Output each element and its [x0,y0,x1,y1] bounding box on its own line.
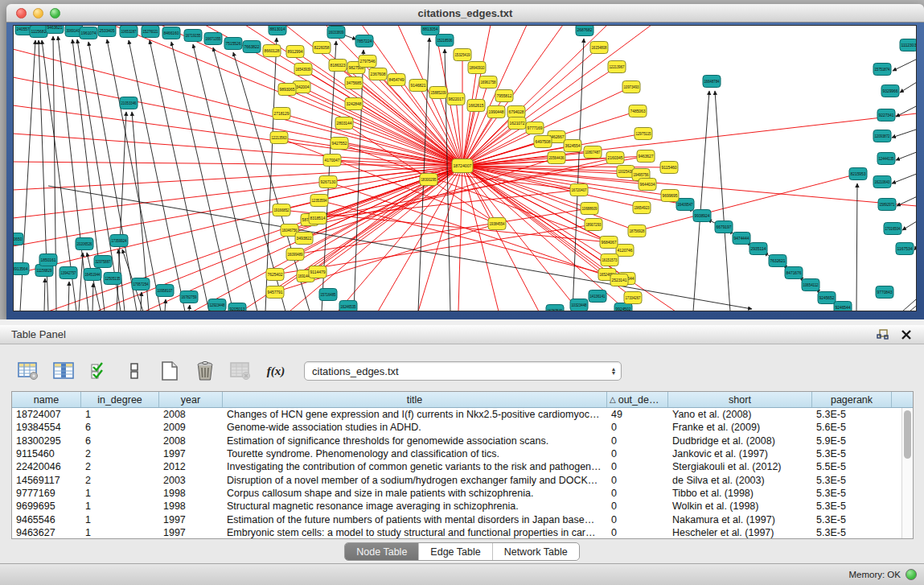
graph-edge[interactable] [462,113,916,166]
graph-node[interactable]: 3624554 [564,140,581,152]
graph-node[interactable]: 9777169 [526,122,544,134]
graph-node[interactable]: 19654923 [633,202,651,214]
graph-node[interactable]: 15885209 [429,87,447,99]
table-cell[interactable]: Yano et al. (2008) [668,409,812,420]
table-row[interactable]: 1872400712008Changes of HCN gene express… [12,408,901,421]
graph-node[interactable]: 2533405 [98,26,116,37]
table-cell[interactable]: Hescheler et al. (1997) [668,527,812,538]
graph-node[interactable]: 2718129 [273,108,290,120]
graph-node[interactable]: 2935114 [749,243,767,255]
table-cell[interactable]: 5.3E-5 [812,501,892,512]
table-cell[interactable]: Genome-wide association studies in ADHD. [223,422,607,433]
graph-node[interactable]: 16961758 [479,76,497,89]
graph-node[interactable]: 7857224 [355,35,373,47]
graph-node[interactable]: 10688609 [581,203,598,215]
graph-node[interactable]: 10807487 [584,146,602,159]
column-header-in_degree[interactable]: in_degree [81,392,159,407]
table-cell[interactable]: 1998 [159,488,223,499]
table-cell[interactable]: 0 [607,527,668,538]
graph-node[interactable]: 17359924 [110,235,128,247]
graph-node[interactable]: 1990448 [487,106,505,118]
graph-node[interactable]: 9463627 [637,150,655,163]
delete-table-icon[interactable] [228,360,253,382]
table-cell[interactable]: 2012 [159,461,223,472]
graph-edge[interactable] [462,68,477,166]
table-cell[interactable]: Investigating the contribution of common… [223,461,607,472]
graph-node[interactable]: 12353594 [310,195,328,207]
graph-edge[interactable] [79,253,83,311]
table-cell[interactable]: Tourette syndrome. Phenomenology and cla… [223,448,607,459]
column-header-year[interactable]: year [159,392,223,407]
function-builder-icon[interactable]: f(x) [264,360,288,382]
graph-node[interactable]: 2803144 [335,117,353,130]
graph-node[interactable]: 12505135 [104,273,121,285]
graph-node[interactable]: 4170047 [323,154,341,167]
graph-node[interactable]: 15218506 [436,35,454,47]
graph-node[interactable]: 18640910 [468,62,486,74]
graph-node[interactable]: 16409547 [676,199,694,211]
graph-node[interactable]: 9457791 [266,286,284,299]
graph-node[interactable]: 16543939 [294,64,312,76]
graph-edge[interactable] [295,208,589,254]
graph-node[interactable]: 17957254 [132,278,150,290]
graph-node[interactable]: 10973493 [622,81,640,93]
graph-node[interactable]: 19166852 [273,204,290,216]
network-graph-svg[interactable]: 1872400724055711115682946362130691406196… [14,26,916,311]
table-cell[interactable]: 5.5E-5 [812,461,892,472]
graph-node[interactable]: 8454749 [388,74,405,86]
table-cell[interactable]: 2008 [159,435,223,447]
table-cell[interactable]: 22420046 [12,461,81,472]
table-row[interactable]: 911546021997Tourette syndrome. Phenomeno… [12,447,901,460]
graph-edge[interactable] [290,166,462,311]
tab-node-table[interactable]: Node Table [345,543,419,560]
table-row[interactable]: 1456911722003Disruption of a novel membe… [12,473,901,486]
graph-node[interactable]: 9770843 [876,286,893,299]
table-settings-icon[interactable] [16,360,40,382]
table-cell[interactable]: 9463627 [12,527,81,538]
graph-node[interactable]: 19384554 [488,218,506,230]
memory-status-indicator-icon[interactable] [906,569,917,580]
table-cell[interactable]: 5.3E-5 [812,409,892,420]
scrollbar-thumb[interactable] [904,410,911,459]
graph-node[interactable]: 10654112 [802,279,819,291]
graph-node[interactable]: 3913564 [14,263,29,275]
table-cell[interactable]: 0 [607,501,668,512]
graph-node[interactable]: 7515526 [224,38,242,50]
graph-node[interactable]: 9267130 [319,176,337,188]
select-rows-check-icon[interactable] [87,360,111,382]
graph-edge[interactable] [68,282,69,311]
table-cell[interactable]: 2 [81,461,159,472]
graph-node[interactable]: 1621072 [508,117,526,130]
panel-resize-divider[interactable]: ▴▾ [0,319,924,325]
graph-node[interactable]: 16151573 [601,254,618,266]
graph-edge[interactable] [897,195,916,206]
table-selector-dropdown[interactable]: citations_edges.txt ▲▼ [304,361,622,381]
graph-node[interactable]: 16451944 [84,269,101,281]
table-cell[interactable]: Wolkin et al. (1998) [668,501,812,512]
graph-node[interactable]: 6794028 [507,106,525,118]
graph-node[interactable]: 9938924 [693,210,711,222]
column-header-short[interactable]: short [668,392,812,407]
window-titlebar[interactable]: citations_edges.txt [6,4,924,23]
graph-edge[interactable] [892,172,916,183]
graph-node[interactable]: 9427552 [331,138,348,150]
graph-hub-node[interactable]: 18724007 [452,159,473,173]
column-header-name[interactable]: name [12,392,81,407]
table-cell[interactable]: 9699695 [12,501,81,512]
table-cell[interactable]: 5.3E-5 [812,488,892,499]
table-cell[interactable]: 2 [81,475,159,486]
table-cell[interactable]: 5.3E-5 [812,448,892,459]
table-cell[interactable]: 9777169 [12,488,81,499]
table-cell[interactable]: 0 [607,435,668,447]
graph-edge[interactable] [161,26,462,166]
graph-node[interactable]: 12975115 [634,128,652,140]
table-cell[interactable]: 5.3E-5 [812,514,892,525]
table-cell[interactable]: 1997 [159,448,223,459]
graph-node[interactable]: 9245652 [818,292,836,304]
graph-node[interactable]: 9115460 [660,162,678,174]
graph-node[interactable]: 9699695 [661,190,679,202]
table-cell[interactable]: 2008 [159,409,223,420]
graph-node[interactable]: 12444135 [877,153,895,165]
graph-node[interactable]: 1850161 [39,254,57,266]
table-cell[interactable]: 9115460 [12,448,81,459]
